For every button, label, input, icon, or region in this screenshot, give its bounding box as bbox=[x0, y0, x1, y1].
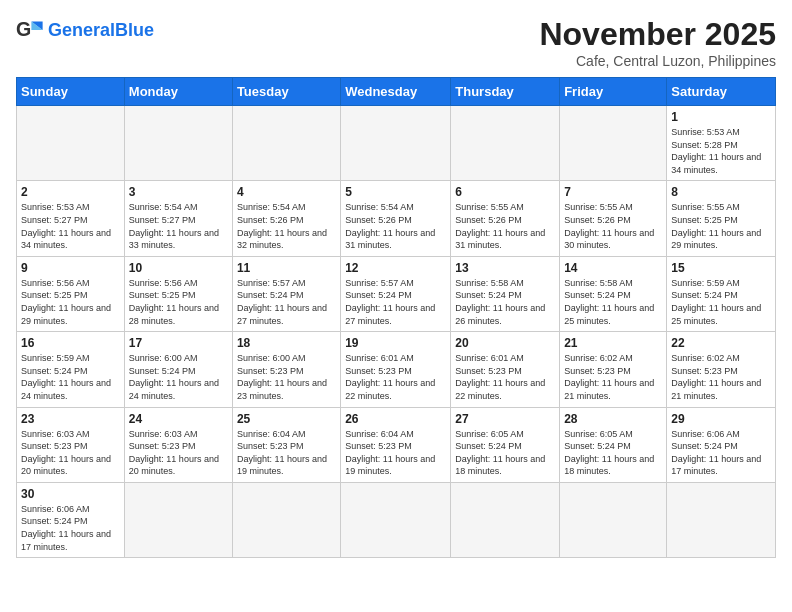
day-number: 19 bbox=[345, 336, 446, 350]
calendar-cell: 15Sunrise: 5:59 AMSunset: 5:24 PMDayligh… bbox=[667, 256, 776, 331]
day-number: 17 bbox=[129, 336, 228, 350]
calendar-week-2: 2Sunrise: 5:53 AMSunset: 5:27 PMDaylight… bbox=[17, 181, 776, 256]
day-number: 23 bbox=[21, 412, 120, 426]
day-number: 20 bbox=[455, 336, 555, 350]
day-header-wednesday: Wednesday bbox=[341, 78, 451, 106]
location-subtitle: Cafe, Central Luzon, Philippines bbox=[539, 53, 776, 69]
day-number: 12 bbox=[345, 261, 446, 275]
day-info: Sunrise: 6:00 AMSunset: 5:24 PMDaylight:… bbox=[129, 352, 228, 402]
day-number: 1 bbox=[671, 110, 771, 124]
calendar-table: SundayMondayTuesdayWednesdayThursdayFrid… bbox=[16, 77, 776, 558]
day-number: 26 bbox=[345, 412, 446, 426]
day-number: 6 bbox=[455, 185, 555, 199]
day-info: Sunrise: 5:54 AMSunset: 5:27 PMDaylight:… bbox=[129, 201, 228, 251]
day-info: Sunrise: 5:59 AMSunset: 5:24 PMDaylight:… bbox=[671, 277, 771, 327]
svg-text:G: G bbox=[16, 18, 31, 40]
calendar-cell: 25Sunrise: 6:04 AMSunset: 5:23 PMDayligh… bbox=[232, 407, 340, 482]
day-info: Sunrise: 6:04 AMSunset: 5:23 PMDaylight:… bbox=[345, 428, 446, 478]
day-number: 7 bbox=[564, 185, 662, 199]
day-header-thursday: Thursday bbox=[451, 78, 560, 106]
calendar-cell: 8Sunrise: 5:55 AMSunset: 5:25 PMDaylight… bbox=[667, 181, 776, 256]
title-block: November 2025 Cafe, Central Luzon, Phili… bbox=[539, 16, 776, 69]
day-info: Sunrise: 5:53 AMSunset: 5:28 PMDaylight:… bbox=[671, 126, 771, 176]
day-info: Sunrise: 5:56 AMSunset: 5:25 PMDaylight:… bbox=[129, 277, 228, 327]
day-header-tuesday: Tuesday bbox=[232, 78, 340, 106]
day-number: 8 bbox=[671, 185, 771, 199]
calendar-cell: 18Sunrise: 6:00 AMSunset: 5:23 PMDayligh… bbox=[232, 332, 340, 407]
calendar-week-4: 16Sunrise: 5:59 AMSunset: 5:24 PMDayligh… bbox=[17, 332, 776, 407]
calendar-cell: 19Sunrise: 6:01 AMSunset: 5:23 PMDayligh… bbox=[341, 332, 451, 407]
day-info: Sunrise: 5:53 AMSunset: 5:27 PMDaylight:… bbox=[21, 201, 120, 251]
calendar-cell: 7Sunrise: 5:55 AMSunset: 5:26 PMDaylight… bbox=[560, 181, 667, 256]
calendar-cell: 30Sunrise: 6:06 AMSunset: 5:24 PMDayligh… bbox=[17, 482, 125, 557]
day-header-monday: Monday bbox=[124, 78, 232, 106]
calendar-week-1: 1Sunrise: 5:53 AMSunset: 5:28 PMDaylight… bbox=[17, 106, 776, 181]
day-info: Sunrise: 6:01 AMSunset: 5:23 PMDaylight:… bbox=[455, 352, 555, 402]
day-number: 16 bbox=[21, 336, 120, 350]
logo-text: GeneralBlue bbox=[48, 21, 154, 39]
day-info: Sunrise: 5:54 AMSunset: 5:26 PMDaylight:… bbox=[345, 201, 446, 251]
logo: G GeneralBlue bbox=[16, 16, 154, 44]
calendar-cell: 29Sunrise: 6:06 AMSunset: 5:24 PMDayligh… bbox=[667, 407, 776, 482]
day-info: Sunrise: 6:03 AMSunset: 5:23 PMDaylight:… bbox=[21, 428, 120, 478]
day-number: 25 bbox=[237, 412, 336, 426]
calendar-cell: 9Sunrise: 5:56 AMSunset: 5:25 PMDaylight… bbox=[17, 256, 125, 331]
month-title: November 2025 bbox=[539, 16, 776, 53]
calendar-cell bbox=[560, 106, 667, 181]
calendar-cell bbox=[341, 482, 451, 557]
calendar-cell: 10Sunrise: 5:56 AMSunset: 5:25 PMDayligh… bbox=[124, 256, 232, 331]
day-header-sunday: Sunday bbox=[17, 78, 125, 106]
calendar-cell: 3Sunrise: 5:54 AMSunset: 5:27 PMDaylight… bbox=[124, 181, 232, 256]
day-info: Sunrise: 5:56 AMSunset: 5:25 PMDaylight:… bbox=[21, 277, 120, 327]
day-info: Sunrise: 5:58 AMSunset: 5:24 PMDaylight:… bbox=[455, 277, 555, 327]
day-header-friday: Friday bbox=[560, 78, 667, 106]
calendar-cell: 14Sunrise: 5:58 AMSunset: 5:24 PMDayligh… bbox=[560, 256, 667, 331]
logo-blue: Blue bbox=[115, 20, 154, 40]
calendar-cell bbox=[451, 106, 560, 181]
day-number: 22 bbox=[671, 336, 771, 350]
calendar-cell bbox=[667, 482, 776, 557]
day-info: Sunrise: 6:06 AMSunset: 5:24 PMDaylight:… bbox=[671, 428, 771, 478]
day-info: Sunrise: 5:54 AMSunset: 5:26 PMDaylight:… bbox=[237, 201, 336, 251]
day-info: Sunrise: 5:57 AMSunset: 5:24 PMDaylight:… bbox=[237, 277, 336, 327]
calendar-cell: 11Sunrise: 5:57 AMSunset: 5:24 PMDayligh… bbox=[232, 256, 340, 331]
day-number: 4 bbox=[237, 185, 336, 199]
calendar-cell: 27Sunrise: 6:05 AMSunset: 5:24 PMDayligh… bbox=[451, 407, 560, 482]
calendar-cell bbox=[124, 106, 232, 181]
day-info: Sunrise: 6:02 AMSunset: 5:23 PMDaylight:… bbox=[564, 352, 662, 402]
calendar-cell bbox=[17, 106, 125, 181]
day-info: Sunrise: 6:04 AMSunset: 5:23 PMDaylight:… bbox=[237, 428, 336, 478]
day-number: 21 bbox=[564, 336, 662, 350]
calendar-cell: 17Sunrise: 6:00 AMSunset: 5:24 PMDayligh… bbox=[124, 332, 232, 407]
calendar-cell: 12Sunrise: 5:57 AMSunset: 5:24 PMDayligh… bbox=[341, 256, 451, 331]
day-info: Sunrise: 6:02 AMSunset: 5:23 PMDaylight:… bbox=[671, 352, 771, 402]
calendar-cell bbox=[451, 482, 560, 557]
calendar-cell bbox=[560, 482, 667, 557]
day-number: 9 bbox=[21, 261, 120, 275]
page-header: G GeneralBlue November 2025 Cafe, Centra… bbox=[16, 16, 776, 69]
day-number: 29 bbox=[671, 412, 771, 426]
day-number: 15 bbox=[671, 261, 771, 275]
day-info: Sunrise: 5:55 AMSunset: 5:26 PMDaylight:… bbox=[564, 201, 662, 251]
day-info: Sunrise: 6:05 AMSunset: 5:24 PMDaylight:… bbox=[455, 428, 555, 478]
day-number: 14 bbox=[564, 261, 662, 275]
calendar-cell bbox=[341, 106, 451, 181]
day-info: Sunrise: 5:57 AMSunset: 5:24 PMDaylight:… bbox=[345, 277, 446, 327]
calendar-cell: 20Sunrise: 6:01 AMSunset: 5:23 PMDayligh… bbox=[451, 332, 560, 407]
calendar-week-6: 30Sunrise: 6:06 AMSunset: 5:24 PMDayligh… bbox=[17, 482, 776, 557]
day-info: Sunrise: 5:55 AMSunset: 5:25 PMDaylight:… bbox=[671, 201, 771, 251]
calendar-cell: 26Sunrise: 6:04 AMSunset: 5:23 PMDayligh… bbox=[341, 407, 451, 482]
day-number: 5 bbox=[345, 185, 446, 199]
day-info: Sunrise: 6:01 AMSunset: 5:23 PMDaylight:… bbox=[345, 352, 446, 402]
calendar-cell: 2Sunrise: 5:53 AMSunset: 5:27 PMDaylight… bbox=[17, 181, 125, 256]
logo-icon: G bbox=[16, 16, 44, 44]
day-number: 3 bbox=[129, 185, 228, 199]
calendar-week-3: 9Sunrise: 5:56 AMSunset: 5:25 PMDaylight… bbox=[17, 256, 776, 331]
day-number: 11 bbox=[237, 261, 336, 275]
calendar-cell: 22Sunrise: 6:02 AMSunset: 5:23 PMDayligh… bbox=[667, 332, 776, 407]
day-info: Sunrise: 6:00 AMSunset: 5:23 PMDaylight:… bbox=[237, 352, 336, 402]
day-number: 10 bbox=[129, 261, 228, 275]
day-number: 24 bbox=[129, 412, 228, 426]
day-number: 2 bbox=[21, 185, 120, 199]
logo-general: General bbox=[48, 20, 115, 40]
